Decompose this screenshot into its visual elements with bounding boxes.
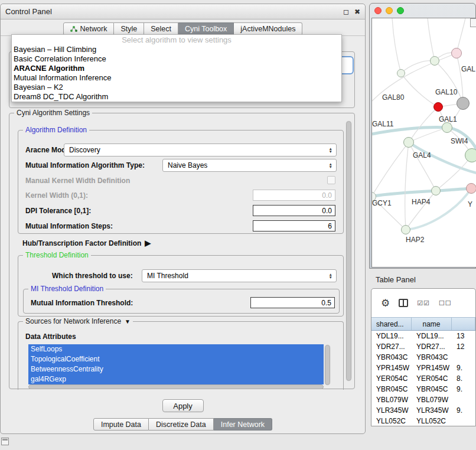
- dpi-tolerance-field[interactable]: [253, 205, 335, 216]
- table-toolbar: ⚙ ☑☑ ☐☐: [371, 294, 475, 312]
- which-threshold-combobox[interactable]: MI Threshold ▲ ▼: [142, 269, 337, 282]
- graph-node-pink-top[interactable]: [451, 48, 462, 58]
- float-window-icon[interactable]: ◻: [343, 8, 349, 16]
- dropdown-item-basic-correlation[interactable]: Basic Correlation Inference: [12, 54, 341, 64]
- close-icon[interactable]: ✖: [354, 8, 360, 16]
- dropdown-item-mutual-information[interactable]: Mutual Information Inference: [12, 73, 341, 83]
- cell-shared: YBL079W: [371, 394, 412, 405]
- column-header-shared-name[interactable]: shared...: [371, 318, 412, 330]
- control-panel-titlebar[interactable]: Control Panel ◻ ✖: [1, 4, 365, 19]
- graph-node-hap2[interactable]: [401, 225, 410, 234]
- algorithm-dropdown-popup: Select algorithm to view settings Bayesi…: [11, 34, 342, 102]
- cell-value: 8.: [452, 373, 475, 384]
- cyni-algorithm-settings-group: Cyni Algorithm Settings Algorithm Defini…: [9, 113, 355, 389]
- column-header-clipped[interactable]: [452, 318, 475, 330]
- apply-button[interactable]: Apply: [162, 399, 204, 412]
- dropdown-item-bayesian-hill-climbing[interactable]: Bayesian – Hill Climbing: [12, 45, 341, 54]
- tab-select-label: Select: [151, 25, 171, 33]
- table-row[interactable]: YBR045C YBR045C 9.: [371, 384, 475, 394]
- table-row[interactable]: YER054C YER054C 8.: [371, 373, 475, 384]
- graph-node-red[interactable]: [433, 102, 443, 112]
- mi-threshold-field[interactable]: [250, 297, 335, 308]
- graph-node-gal10-gray[interactable]: [457, 97, 470, 110]
- attribute-list-hscroll-thumb[interactable]: [28, 384, 324, 389]
- minimize-traffic-light[interactable]: [386, 7, 393, 14]
- deselect-all-checks-icon[interactable]: ☐☐: [439, 299, 452, 307]
- dropdown-item-bayesian-k2[interactable]: Bayesian – K2: [12, 83, 341, 92]
- graph-node-green-mid[interactable]: [431, 186, 441, 195]
- table-panel-title: Table Panel: [376, 275, 416, 284]
- tab-cyni-toolbox[interactable]: Cyni Toolbox: [178, 22, 234, 35]
- attribute-item-betweennesscentrality[interactable]: BetweennessCentrality: [28, 364, 324, 374]
- cell-value: 9.: [452, 363, 475, 373]
- network-icon: [70, 25, 77, 32]
- table-row[interactable]: YBL079W YBL079W: [371, 394, 475, 405]
- threshold-definition-title: Threshold Definition: [23, 251, 91, 259]
- cell-name: YLL052C: [412, 416, 452, 426]
- cyni-bottom-tabs: Impute Data Discretize Data Infer Networ…: [1, 418, 365, 431]
- aracne-mode-combobox[interactable]: Discovery ▲ ▼: [64, 144, 337, 156]
- graph-node-gal1[interactable]: [442, 122, 452, 133]
- data-attributes-list[interactable]: SelfLoops TopologicalCoefficient Between…: [28, 344, 324, 386]
- graph-node-gal80[interactable]: [397, 69, 405, 77]
- graph-node-green-large-right[interactable]: [465, 148, 476, 162]
- tab-discretize-data[interactable]: Discretize Data: [149, 418, 214, 431]
- select-all-checks-icon[interactable]: ☑☑: [417, 299, 430, 307]
- hub-transcription-factor-section[interactable]: Hub/Transcription Factor Definition ▶: [22, 239, 151, 247]
- manual-kernel-width-checkbox[interactable]: [327, 176, 335, 184]
- table-row[interactable]: YPR145W YPR145W 9.: [371, 363, 475, 373]
- attribute-item-gal4rgexp[interactable]: gal4RGexp: [28, 374, 324, 384]
- column-header-name[interactable]: name: [412, 318, 452, 330]
- threshold-definition-group: Threshold Definition Which threshold to …: [18, 255, 344, 317]
- table-body: YDL19... YDL19... 13 YDR27... YDR27... 1…: [371, 331, 475, 426]
- graph-label-gcy1: GCY1: [372, 199, 392, 207]
- tab-select[interactable]: Select: [144, 22, 178, 35]
- mi-steps-label: Mutual Information Steps:: [25, 222, 113, 230]
- close-traffic-light[interactable]: [374, 7, 382, 14]
- cell-name: YLR345W: [412, 405, 452, 416]
- tab-jactivemnodules[interactable]: jActiveMNodules: [234, 22, 302, 35]
- tab-style[interactable]: Style: [114, 22, 144, 35]
- gear-icon[interactable]: ⚙: [381, 297, 390, 309]
- desktop: Control Panel ◻ ✖ Network Style: [0, 0, 476, 450]
- aracne-mode-value: Discovery: [69, 146, 100, 154]
- which-threshold-label: Which threshold to use:: [52, 272, 133, 280]
- minimized-panel-icon[interactable]: [1, 438, 9, 445]
- kernel-width-field[interactable]: [253, 190, 335, 201]
- cell-shared: YBR043C: [371, 352, 412, 363]
- graph-label-gal80: GAL80: [382, 93, 404, 102]
- graph-node-gal4[interactable]: [403, 137, 414, 148]
- tab-infer-network[interactable]: Infer Network: [214, 418, 272, 431]
- mi-algorithm-type-combobox[interactable]: Naive Bayes ▲ ▼: [162, 159, 337, 172]
- table-row[interactable]: YDR27... YDR27... 12: [371, 341, 475, 352]
- cell-value: 9.: [452, 405, 475, 416]
- sources-title: Sources for Network Inference ▼: [23, 317, 133, 325]
- attribute-list-vscrollbar[interactable]: [324, 344, 331, 386]
- table-row[interactable]: YDL19... YDL19... 13: [371, 331, 475, 341]
- expanded-arrow-icon[interactable]: ▼: [125, 318, 131, 325]
- network-canvas[interactable]: GAL80 GAL10 GAL11 GAL1 SWI4 GAL4 GCY1 HA…: [371, 18, 476, 268]
- mi-steps-field[interactable]: [253, 220, 335, 231]
- tab-style-label: Style: [120, 25, 137, 33]
- graph-node-pink-right[interactable]: [466, 183, 476, 194]
- settings-scrollbar-thumb[interactable]: [346, 121, 351, 381]
- zoom-traffic-light[interactable]: [397, 7, 404, 14]
- kernel-width-label: Kernel Width (0,1):: [25, 191, 88, 200]
- attribute-item-topologicalcoefficient[interactable]: TopologicalCoefficient: [28, 354, 324, 364]
- attribute-item-selfloops[interactable]: SelfLoops: [28, 344, 324, 354]
- attribute-list-vscroll-thumb[interactable]: [325, 345, 330, 385]
- tab-impute-data[interactable]: Impute Data: [93, 418, 149, 431]
- cell-shared: YPR145W: [371, 363, 412, 373]
- table-row[interactable]: YLR345W YLR345W 9.: [371, 405, 475, 416]
- columns-icon[interactable]: [399, 299, 408, 307]
- cell-value: 9.: [452, 384, 475, 394]
- collapsed-arrow-icon[interactable]: ▶: [145, 239, 151, 247]
- graph-node-green-upper[interactable]: [430, 56, 439, 66]
- settings-scrollbar[interactable]: [345, 120, 352, 381]
- network-window-titlebar[interactable]: [370, 4, 475, 18]
- dropdown-item-dream8[interactable]: Dream8 DC_TDC Algorithm: [12, 92, 341, 102]
- table-row[interactable]: YBR043C YBR043C: [371, 352, 475, 363]
- dropdown-item-aracne[interactable]: ARACNE Algorithm: [12, 64, 341, 73]
- tab-network[interactable]: Network: [63, 22, 115, 35]
- table-row[interactable]: YLL052C YLL052C: [371, 416, 475, 426]
